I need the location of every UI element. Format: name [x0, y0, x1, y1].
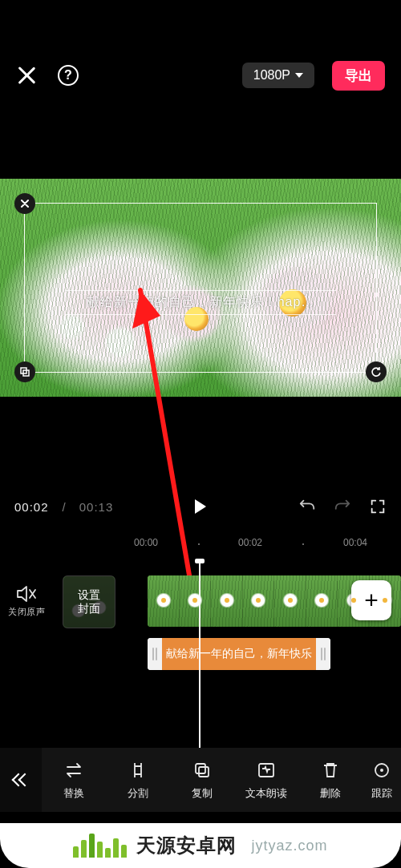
video-frame-thumb: [211, 575, 243, 627]
caption-clip-body[interactable]: 献给新一年的自己，新年快乐: [162, 638, 316, 670]
double-chevron-left-icon: [12, 771, 30, 789]
copy-icon: [192, 760, 213, 781]
video-frame-thumb: [306, 575, 338, 627]
text-selection-box[interactable]: 献给新一年的自己，新年快乐！hap…: [24, 203, 377, 373]
redo-button[interactable]: [334, 498, 351, 515]
ruler-dot: [302, 543, 304, 545]
toolbar-label: 替换: [63, 786, 84, 801]
bottom-toolbar: 替换 分割 复制 文本朗读: [0, 748, 401, 812]
caption-text: 献给新一年的自己，新年快乐: [166, 647, 312, 661]
caption-clip[interactable]: 献给新一年的自己，新年快乐: [148, 638, 330, 670]
toolbar-label: 跟踪: [371, 786, 392, 801]
svg-rect-3: [199, 767, 209, 777]
toolbar-text-to-speech[interactable]: 文本朗读: [234, 760, 298, 801]
svg-point-6: [380, 769, 383, 772]
ruler-tick: 00:04: [343, 537, 367, 548]
cover-label: 设置 封面: [63, 576, 115, 628]
total-duration: 00:13: [79, 500, 114, 514]
timeline[interactable]: 关闭原声 设置 封面 +: [0, 561, 401, 721]
toolbar-label: 复制: [192, 786, 213, 801]
close-button[interactable]: [16, 65, 37, 86]
mute-original-audio-button[interactable]: 关闭原声: [0, 575, 53, 627]
toolbar-items: 替换 分割 复制 文本朗读: [42, 760, 401, 801]
video-frame-thumb: [274, 575, 306, 627]
fullscreen-button[interactable]: [369, 498, 387, 515]
text-overlay[interactable]: 献给新一年的自己，新年快乐！hap…: [65, 290, 336, 315]
brand-domain: jytyaz.com: [251, 838, 327, 854]
source-watermark: 天源安卓网 jytyaz.com: [0, 823, 401, 868]
app-root: ? 1080P 导出 献给新一年的自己，新年快乐！hap…: [0, 0, 401, 868]
video-frame-thumb: [180, 575, 212, 627]
toolbar-follow[interactable]: 跟踪: [363, 760, 401, 801]
toolbar-label: 文本朗读: [245, 786, 287, 801]
export-button[interactable]: 导出: [332, 61, 385, 91]
undo-button[interactable]: [298, 498, 316, 515]
ruler-dot: [198, 543, 200, 545]
toolbar-copy[interactable]: 复制: [170, 760, 234, 801]
help-button[interactable]: ?: [58, 65, 79, 86]
overlay-delete-handle[interactable]: [14, 193, 35, 214]
svg-rect-2: [196, 764, 205, 773]
video-frame-thumb: [243, 575, 275, 627]
header-bar: ? 1080P 导出: [0, 58, 401, 93]
playback-controls-right: [298, 498, 387, 515]
split-icon: [128, 760, 148, 781]
follow-icon: [371, 760, 392, 781]
toolbar-back-button[interactable]: [0, 748, 42, 812]
brand-logo-icon: [73, 834, 127, 858]
export-label: 导出: [345, 68, 372, 83]
toolbar-label: 删除: [320, 786, 341, 801]
set-cover-button[interactable]: 设置 封面: [63, 575, 115, 628]
video-frame-thumb: [148, 575, 180, 627]
header-left: ?: [16, 65, 79, 86]
chevron-down-icon: [295, 73, 303, 78]
caption-right-handle[interactable]: [316, 638, 330, 670]
toolbar-split[interactable]: 分割: [106, 760, 170, 801]
playhead[interactable]: [199, 561, 200, 769]
video-preview[interactable]: 献给新一年的自己，新年快乐！hap…: [0, 179, 401, 397]
time-ruler[interactable]: 00:00 00:02 00:04: [0, 537, 401, 553]
brand-name: 天源安卓网: [136, 833, 237, 858]
mute-label: 关闭原声: [8, 606, 45, 618]
caption-left-handle[interactable]: [148, 638, 162, 670]
speaker-muted-icon: [16, 585, 37, 603]
ruler-tick: 00:02: [238, 537, 262, 548]
tts-icon: [256, 760, 277, 781]
toolbar-label: 分割: [128, 786, 148, 801]
text-overlay-content: 献给新一年的自己，新年快乐！hap…: [87, 294, 315, 311]
overlay-copy-handle[interactable]: [14, 361, 35, 382]
plus-icon: +: [364, 587, 379, 614]
replace-icon: [63, 760, 84, 781]
overlay-rotate-handle[interactable]: [366, 361, 387, 382]
resolution-label: 1080P: [253, 68, 290, 83]
toolbar-replace[interactable]: 替换: [42, 760, 106, 801]
delete-icon: [320, 760, 341, 781]
annotation-arrow: [0, 0, 401, 868]
time-separator: /: [60, 500, 68, 514]
current-time: 00:02: [14, 500, 49, 514]
resolution-dropdown[interactable]: 1080P: [242, 63, 314, 88]
ruler-tick: 00:00: [134, 537, 158, 548]
toolbar-delete[interactable]: 删除: [298, 760, 363, 801]
playback-bar: 00:02 / 00:13: [0, 491, 401, 523]
play-button[interactable]: [195, 499, 206, 514]
